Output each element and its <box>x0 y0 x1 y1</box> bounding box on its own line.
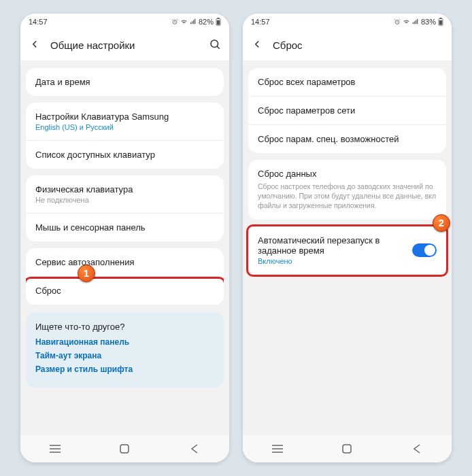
row-label: Сервис автозаполнения <box>35 257 214 267</box>
page-title: Общие настройки <box>50 39 199 51</box>
row-label: Сброс <box>35 286 214 296</box>
nav-back-icon[interactable] <box>188 443 201 455</box>
header: Общие настройки <box>20 30 229 61</box>
svg-rect-3 <box>217 20 220 25</box>
row-label: Сброс данных <box>258 169 437 179</box>
row-samsung-keyboard[interactable]: Настройки Клавиатура Samsung English (US… <box>26 103 224 141</box>
battery-icon <box>216 18 221 26</box>
auto-restart-toggle[interactable] <box>412 243 437 257</box>
back-icon[interactable] <box>29 38 41 53</box>
status-right: 83% <box>394 18 443 26</box>
header: Сброс <box>243 30 452 61</box>
nav-bar <box>20 434 229 462</box>
svg-rect-11 <box>440 18 442 19</box>
nav-back-icon[interactable] <box>411 443 423 455</box>
alarm-icon <box>394 18 401 25</box>
battery-icon <box>438 18 443 26</box>
svg-rect-2 <box>218 18 220 19</box>
status-time: 14:57 <box>29 18 48 26</box>
content[interactable]: Дата и время Настройки Клавиатура Samsun… <box>20 61 229 434</box>
nav-bar <box>243 434 452 462</box>
row-description: Сброс настроек телефона до заводских зна… <box>258 182 437 211</box>
status-time: 14:57 <box>251 18 270 26</box>
row-label: Сброс параметров сети <box>258 105 437 116</box>
nav-home-icon[interactable] <box>118 443 131 455</box>
back-icon[interactable] <box>251 38 263 53</box>
wifi-icon <box>180 18 188 25</box>
row-reset-accessibility[interactable]: Сброс парам. спец. возможностей <box>248 125 446 153</box>
row-mouse[interactable]: Мышь и сенсорная панель <box>26 214 224 241</box>
svg-point-4 <box>211 40 218 48</box>
row-keyboard-list[interactable]: Список доступных клавиатур <box>26 141 224 169</box>
signal-icon <box>412 18 419 25</box>
status-battery: 83% <box>421 18 436 26</box>
content[interactable]: Сброс всех параметров Сброс параметров с… <box>243 61 452 434</box>
nav-recents-icon[interactable] <box>49 443 61 455</box>
row-sublabel: Не подключена <box>35 196 214 204</box>
screen-left: 14:57 82% Общие настрой <box>20 14 229 462</box>
suggestions: Ищете что-то другое? Навигационная панел… <box>26 312 224 388</box>
search-icon[interactable] <box>209 38 221 53</box>
row-label: Физическая клавиатура <box>35 184 214 194</box>
row-sublabel: English (US) и Русский <box>35 123 214 131</box>
group-input: Физическая клавиатура Не подключена Мышь… <box>26 175 224 241</box>
group-keyboard: Настройки Клавиатура Samsung English (US… <box>26 103 224 169</box>
wifi-icon <box>403 18 410 25</box>
row-physical-keyboard[interactable]: Физическая клавиатура Не подключена <box>26 175 224 214</box>
suggest-link-nav[interactable]: Навигационная панель <box>35 337 214 347</box>
row-label: Настройки Клавиатура Samsung <box>35 112 214 122</box>
page-title: Сброс <box>273 39 443 51</box>
group-datetime: Дата и время <box>26 68 224 96</box>
row-sublabel: Включено <box>258 257 411 265</box>
group-data: Сброс данных Сброс настроек телефона до … <box>248 160 446 220</box>
row-label: Сброс всех параметров <box>258 77 437 87</box>
row-label: Сброс парам. спец. возможностей <box>258 134 437 144</box>
group-other: Сервис автозаполнения Сброс 1 <box>26 248 224 305</box>
nav-recents-icon[interactable] <box>271 443 284 455</box>
status-battery: 82% <box>199 18 214 26</box>
group-resets: Сброс всех параметров Сброс параметров с… <box>248 68 446 153</box>
suggest-link-timeout[interactable]: Тайм-аут экрана <box>35 351 214 360</box>
svg-rect-12 <box>439 20 443 25</box>
step-marker-2: 2 <box>433 214 450 232</box>
status-bar: 14:57 83% <box>243 14 452 30</box>
row-reset-network[interactable]: Сброс параметров сети <box>248 97 446 125</box>
signal-icon <box>190 18 197 25</box>
svg-rect-8 <box>120 445 129 453</box>
suggest-link-font[interactable]: Размер и стиль шрифта <box>35 364 214 374</box>
nav-home-icon[interactable] <box>341 443 353 455</box>
row-auto-restart[interactable]: Автоматический перезапуск в заданное вре… <box>248 226 446 275</box>
screen-right: 14:57 83% Сброс <box>243 14 452 462</box>
svg-rect-16 <box>343 445 351 453</box>
status-right: 82% <box>171 18 221 26</box>
group-auto: Автоматический перезапуск в заданное вре… <box>248 226 446 275</box>
status-bar: 14:57 82% <box>20 14 229 30</box>
row-reset-all[interactable]: Сброс всех параметров <box>248 68 446 97</box>
row-reset-data[interactable]: Сброс данных Сброс настроек телефона до … <box>248 160 446 220</box>
phone-left: 14:57 82% Общие настрой <box>20 14 229 462</box>
row-label: Дата и время <box>35 77 214 87</box>
row-datetime[interactable]: Дата и время <box>26 68 224 96</box>
row-label: Список доступных клавиатур <box>35 150 214 160</box>
alarm-icon <box>171 18 178 25</box>
row-autofill[interactable]: Сервис автозаполнения <box>26 248 224 277</box>
suggest-title: Ищете что-то другое? <box>35 322 214 332</box>
row-label: Автоматический перезапуск в заданное вре… <box>258 235 411 256</box>
phone-right: 14:57 83% Сброс <box>243 14 452 462</box>
row-label: Мышь и сенсорная панель <box>35 222 214 233</box>
step-marker-1: 1 <box>78 265 95 282</box>
row-reset[interactable]: Сброс <box>26 277 224 305</box>
